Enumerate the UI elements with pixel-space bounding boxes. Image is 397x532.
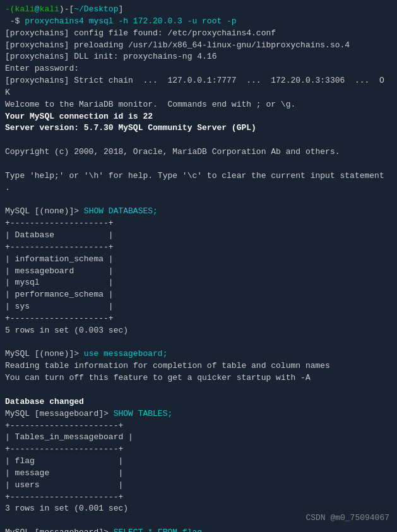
table-border: +--------------------+ (5, 313, 392, 325)
table-border: +----------------------+ (5, 492, 392, 504)
result-count: 5 rows in set (0.003 sec) (5, 325, 392, 337)
mysql-command: MySQL [(none)]> SHOW DATABASES; (5, 206, 392, 218)
table-row: | messageboard | (5, 266, 392, 278)
output-line: You can turn off this feature to get a q… (5, 372, 392, 384)
output-line: K (5, 87, 392, 99)
output-line: [proxychains] DLL init: proxychains-ng 4… (5, 51, 392, 63)
output-line: Copyright (c) 2000, 2018, Oracle, MariaD… (5, 146, 392, 158)
blank-line (5, 337, 392, 349)
blank-line (5, 384, 392, 396)
table-row: | information_schema | (5, 254, 392, 266)
output-bold: Your MySQL connection id is 22 (5, 111, 392, 123)
output-line: . (5, 182, 392, 194)
table-border: +----------------------+ (5, 444, 392, 456)
table-row: | message | (5, 468, 392, 480)
table-row: | flag | (5, 456, 392, 468)
watermark: CSDN @m0_75094067 (305, 512, 389, 524)
table-row: | mysql | (5, 277, 392, 289)
command-line: -$ proxychains4 mysql -h 172.20.0.3 -u r… (5, 16, 392, 28)
table-row: | performance_schema | (5, 289, 392, 301)
table-border: +----------------------+ (5, 420, 392, 432)
blank-line (5, 194, 392, 206)
blank-line (5, 134, 392, 146)
prompt-header: -(kali@kali)-[~/Desktop] (5, 4, 392, 16)
output-line: Type 'help;' or '\h' for help. Type '\c'… (5, 170, 392, 182)
terminal: -(kali@kali)-[~/Desktop] -$ proxychains4… (0, 0, 397, 532)
output-line: Enter password: (5, 63, 392, 75)
output-line: [proxychains] config file found: /etc/pr… (5, 28, 392, 40)
mysql-command: MySQL [messageboard]> SHOW TABLES; (5, 408, 392, 420)
table-header: | Tables_in_messageboard | (5, 432, 392, 444)
output-line: Reading table information for completion… (5, 360, 392, 372)
mysql-command: MySQL [messageboard]> SELECT * FROM flag (5, 527, 392, 532)
table-row: | users | (5, 480, 392, 492)
table-header: | Database | (5, 230, 392, 242)
output-line: [proxychains] preloading /usr/lib/x86_64… (5, 40, 392, 52)
table-border: +--------------------+ (5, 242, 392, 254)
table-row: | sys | (5, 301, 392, 313)
table-border: +--------------------+ (5, 218, 392, 230)
mysql-command: MySQL [(none)]> use messageboard; (5, 348, 392, 360)
output-line: Welcome to the MariaDB monitor. Commands… (5, 99, 392, 111)
output-bold: Server version: 5.7.30 MySQL Community S… (5, 122, 392, 134)
blank-line (5, 158, 392, 170)
output-line: [proxychains] Strict chain ... 127.0.0.1… (5, 75, 392, 87)
output-bold: Database changed (5, 396, 392, 408)
